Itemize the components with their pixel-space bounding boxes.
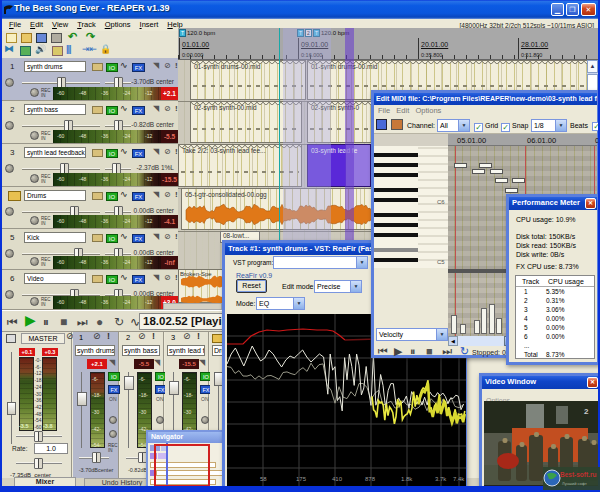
- svg-text:C6: C6: [437, 199, 445, 205]
- svg-text:C5: C5: [437, 259, 445, 265]
- svg-text:2: 2: [584, 407, 589, 416]
